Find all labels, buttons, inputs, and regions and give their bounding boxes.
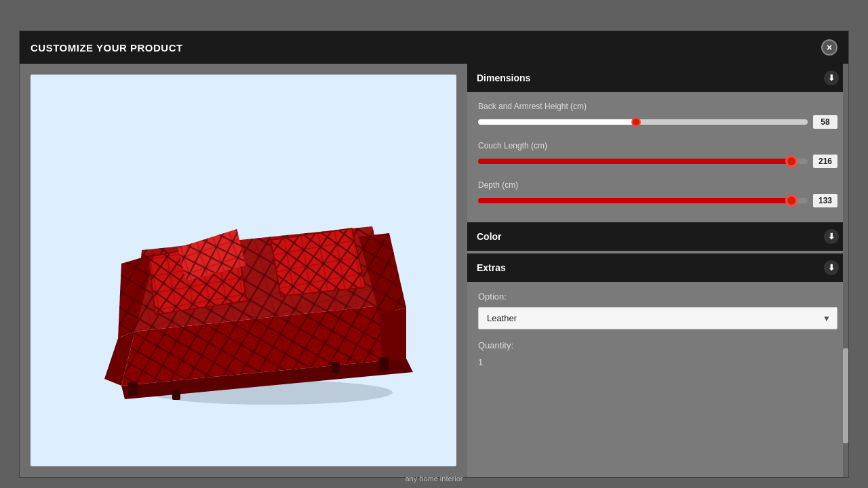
couch-length-row: 216 [478,155,837,168]
dimensions-chevron[interactable]: ⬇ [824,70,839,85]
svg-rect-2 [379,357,389,371]
close-button[interactable]: × [821,39,837,56]
scrollbar-thumb[interactable] [843,348,848,443]
option-label: Option: [478,291,837,302]
back-armrest-value: 58 [813,115,837,129]
dimensions-body: Back and Armrest Height (cm) 58 [467,92,848,220]
extras-section-header[interactable]: Extras ⬇ [467,253,848,282]
footer-text: any home interior [406,474,463,483]
modal-body: Dimensions ⬇ Back and Armrest Height (cm… [20,64,848,477]
back-armrest-group: Back and Armrest Height (cm) 58 [478,102,837,129]
depth-slider-container [478,194,808,207]
depth-value: 133 [813,194,837,207]
depth-row: 133 [478,194,837,207]
extras-chevron[interactable]: ⬇ [824,260,839,275]
depth-thumb[interactable] [785,195,797,207]
extras-label: Extras [477,262,506,273]
extras-body: Option: Leather Fabric Velvet ▼ Quantity… [467,282,848,380]
option-select[interactable]: Leather Fabric Velvet [478,307,837,329]
couch-length-group: Couch Length (cm) 216 [478,141,837,168]
color-section-header[interactable]: Color ⬇ [467,222,848,251]
option-select-wrapper: Leather Fabric Velvet ▼ [478,307,837,329]
config-panel: Dimensions ⬇ Back and Armrest Height (cm… [467,64,848,477]
back-armrest-label: Back and Armrest Height (cm) [478,102,837,111]
quantity-value: 1 [478,354,837,370]
couch-length-thumb[interactable] [785,155,797,167]
couch-length-value: 216 [813,155,837,168]
couch-length-slider-container [478,155,808,168]
modal-header: CUSTOMIZE YOUR PRODUCT × [20,31,848,64]
depth-track [478,198,808,203]
dimensions-label: Dimensions [477,73,530,83]
config-content: Dimensions ⬇ Back and Armrest Height (cm… [467,64,848,477]
depth-label: Depth (cm) [478,180,837,190]
couch-length-track [478,159,808,164]
svg-rect-1 [128,382,138,396]
scrollbar-track [843,64,848,477]
color-chevron[interactable]: ⬇ [824,229,839,244]
back-armrest-track [478,119,808,125]
depth-group: Depth (cm) 133 [478,180,837,207]
back-armrest-slider-container [478,115,808,129]
svg-rect-3 [172,389,180,400]
dimensions-section-header[interactable]: Dimensions ⬇ [467,64,848,92]
product-view [20,64,467,477]
modal-title: CUSTOMIZE YOUR PRODUCT [31,42,183,54]
couch-length-label: Couch Length (cm) [478,141,837,150]
product-image-container [31,75,456,466]
customize-modal: CUSTOMIZE YOUR PRODUCT × [19,30,849,478]
svg-rect-4 [332,362,340,373]
back-armrest-row: 58 [478,115,837,129]
back-armrest-thumb[interactable] [631,117,641,127]
sofa-illustration [67,128,420,413]
color-label: Color [477,231,502,242]
quantity-label: Quantity: [478,340,837,350]
